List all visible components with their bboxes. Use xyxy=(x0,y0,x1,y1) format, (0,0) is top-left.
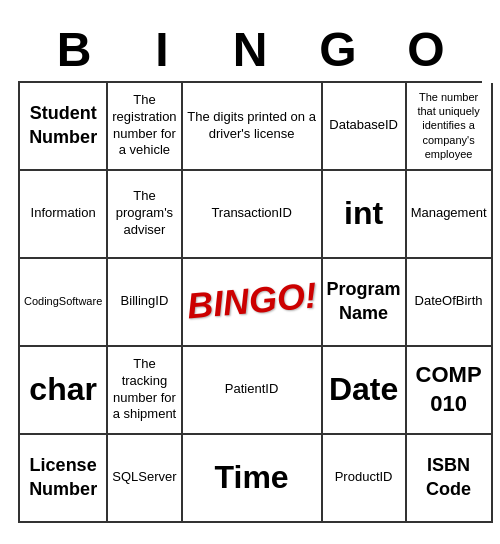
bingo-cell-16: The tracking number for a shipment xyxy=(108,347,182,435)
bingo-cell-4: The number that uniquely identifies a co… xyxy=(407,83,493,171)
bingo-cell-18: Date xyxy=(323,347,407,435)
title-i: I xyxy=(118,22,206,77)
bingo-cell-10: CodingSoftware xyxy=(20,259,108,347)
bingo-cell-1: The registration number for a vehicle xyxy=(108,83,182,171)
bingo-cell-0: Student Number xyxy=(20,83,108,171)
bingo-grid: Student NumberThe registration number fo… xyxy=(18,81,482,523)
bingo-cell-6: The program's adviser xyxy=(108,171,182,259)
bingo-cell-8: int xyxy=(323,171,407,259)
bingo-cell-12: BINGO! xyxy=(183,259,323,347)
bingo-cell-7: TransactionID xyxy=(183,171,323,259)
bingo-cell-13: Program Name xyxy=(323,259,407,347)
title-o: O xyxy=(382,22,470,77)
title-b: B xyxy=(30,22,118,77)
bingo-cell-17: PatientID xyxy=(183,347,323,435)
bingo-cell-15: char xyxy=(20,347,108,435)
bingo-cell-9: Management xyxy=(407,171,493,259)
bingo-cell-19: COMP 010 xyxy=(407,347,493,435)
bingo-cell-23: ProductID xyxy=(323,435,407,523)
bingo-cell-24: ISBN Code xyxy=(407,435,493,523)
bingo-cell-22: Time xyxy=(183,435,323,523)
bingo-cell-3: DatabaseID xyxy=(323,83,407,171)
title-n: N xyxy=(206,22,294,77)
bingo-cell-21: SQLServer xyxy=(108,435,182,523)
bingo-cell-14: DateOfBirth xyxy=(407,259,493,347)
bingo-cell-5: Information xyxy=(20,171,108,259)
bingo-title: B I N G O xyxy=(18,22,482,77)
bingo-cell-20: License Number xyxy=(20,435,108,523)
bingo-container: B I N G O Student NumberThe registration… xyxy=(10,14,490,531)
bingo-cell-11: BillingID xyxy=(108,259,182,347)
title-g: G xyxy=(294,22,382,77)
bingo-cell-2: The digits printed on a driver's license xyxy=(183,83,323,171)
